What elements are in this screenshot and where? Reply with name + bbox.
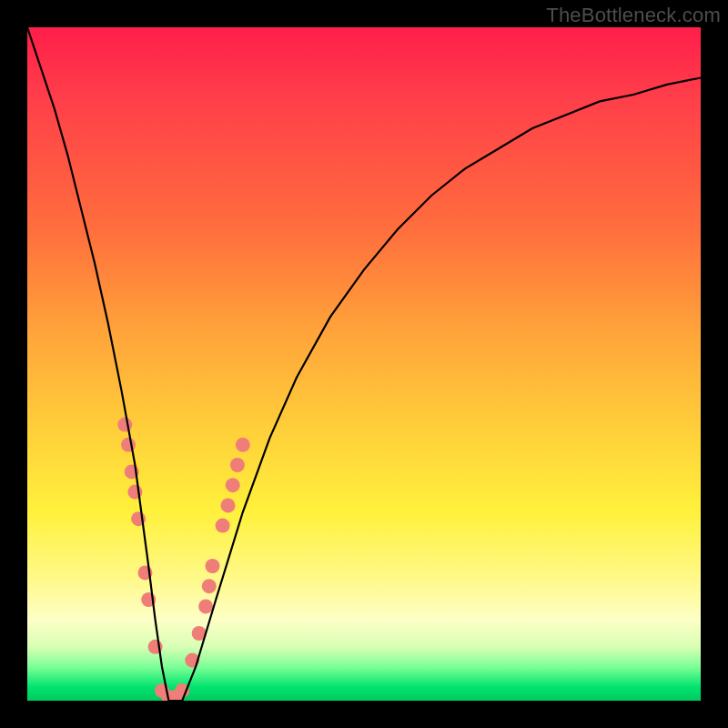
bottleneck-curve — [27, 27, 701, 701]
marker-dot — [202, 579, 217, 593]
marker-dot — [230, 458, 245, 472]
marker-dot — [198, 599, 213, 613]
marker-dot — [206, 559, 220, 573]
chart-frame: TheBottleneck.com — [0, 0, 728, 728]
curve-svg — [27, 27, 701, 701]
marker-layer — [117, 418, 249, 701]
marker-dot — [121, 438, 136, 452]
marker-dot — [117, 418, 132, 432]
marker-dot — [226, 478, 240, 492]
watermark-text: TheBottleneck.com — [546, 4, 721, 27]
marker-dot — [216, 519, 230, 533]
marker-dot — [221, 498, 236, 512]
marker-dot — [236, 438, 250, 452]
plot-area — [27, 27, 701, 701]
